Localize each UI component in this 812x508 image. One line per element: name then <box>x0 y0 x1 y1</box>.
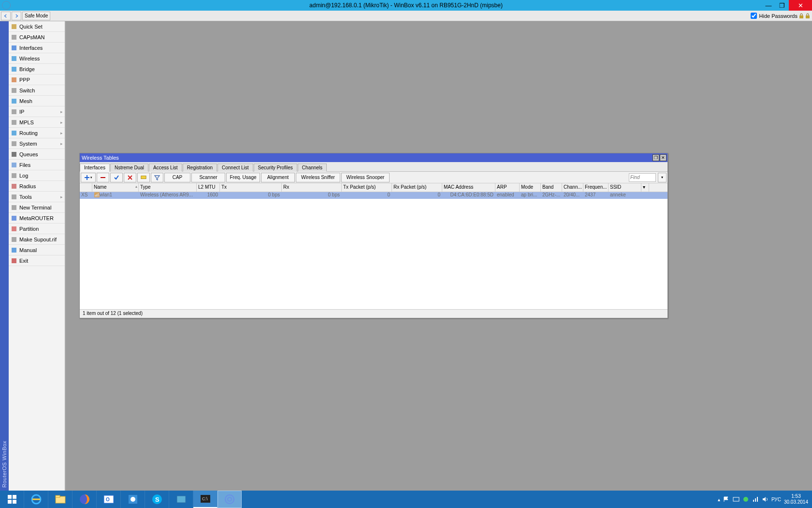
column-header-chann-[interactable]: Chann... <box>562 183 583 192</box>
taskbar-firefox-icon[interactable] <box>72 491 97 508</box>
find-input[interactable] <box>629 173 656 182</box>
column-header-frequen-[interactable]: Frequen... <box>583 183 609 192</box>
redo-button[interactable] <box>12 12 21 20</box>
column-header-tx-packet-p-s-[interactable]: Tx Packet (p/s) <box>342 183 392 192</box>
column-header-rx[interactable]: Rx <box>282 183 342 192</box>
column-header-tx[interactable]: Tx <box>220 183 282 192</box>
sidebar-item-system[interactable]: System▸ <box>9 138 65 149</box>
tab-security-profiles[interactable]: Security Profiles <box>254 164 297 172</box>
safe-mode-button[interactable]: Safe Mode <box>22 12 50 20</box>
tab-channels[interactable]: Channels <box>298 164 327 172</box>
column-header-band[interactable]: Band <box>541 183 562 192</box>
cell: enabled <box>495 192 520 199</box>
taskbar-terminal-icon[interactable]: C:\ <box>193 491 218 508</box>
alignment-button[interactable]: Alignment <box>261 173 295 182</box>
taskbar-outlook-icon[interactable]: O <box>97 491 121 508</box>
svg-rect-19 <box>12 205 16 210</box>
scanner-button[interactable]: Scanner <box>191 173 225 182</box>
sidebar-item-bridge[interactable]: Bridge <box>9 64 65 75</box>
find-dropdown-button[interactable]: ▾ <box>658 173 667 182</box>
taskbar-app-icon[interactable] <box>121 491 145 508</box>
submenu-indicator-icon: ▸ <box>60 131 63 135</box>
enable-button[interactable] <box>110 173 123 182</box>
sidebar-item-interfaces[interactable]: Interfaces <box>9 43 65 53</box>
sidebar-item-label: System <box>19 141 37 147</box>
flag-icon[interactable] <box>723 496 730 503</box>
tab-access-list[interactable]: Access List <box>149 164 182 172</box>
subwindow-titlebar[interactable]: Wireless Tables ❐ ✕ <box>80 153 667 162</box>
remove-button[interactable] <box>97 173 109 182</box>
sidebar-item-switch[interactable]: Switch <box>9 85 65 96</box>
tray-icon[interactable] <box>742 496 749 503</box>
sidebar-item-capsman[interactable]: CAPsMAN <box>9 32 65 43</box>
sidebar-item-queues[interactable]: Queues <box>9 149 65 160</box>
sidebar-item-metarouter[interactable]: MetaROUTER <box>9 213 65 224</box>
table-row[interactable]: XS📶wlan1Wireless (Atheros AR9...16000 bp… <box>80 192 667 199</box>
sidebar-item-mesh[interactable]: Mesh <box>9 96 65 106</box>
network-icon[interactable] <box>752 496 759 503</box>
column-header-rx-packet-p-s-[interactable]: Rx Packet (p/s) <box>392 183 442 192</box>
sidebar-item-label: Manual <box>19 247 37 253</box>
disable-button[interactable] <box>124 173 136 182</box>
subwindow-restore-button[interactable]: ❐ <box>652 154 659 161</box>
tab-connect-list[interactable]: Connect List <box>218 164 253 172</box>
sidebar-item-exit[interactable]: Exit <box>9 255 65 266</box>
taskbar-ie-icon[interactable] <box>24 491 48 508</box>
comment-button[interactable] <box>137 173 150 182</box>
clock[interactable]: 1:53 30.03.2014 <box>784 493 808 505</box>
column-header-arp[interactable]: ARP <box>495 183 520 192</box>
svg-rect-48 <box>755 498 756 502</box>
column-header-l2-mtu[interactable]: L2 MTU <box>197 183 220 192</box>
tray-icon[interactable] <box>733 496 740 503</box>
tray-chevron-icon[interactable]: ▴ <box>718 497 720 502</box>
tab-nstreme-dual[interactable]: Nstreme Dual <box>110 164 148 172</box>
language-indicator[interactable]: РУС <box>771 497 781 502</box>
sidebar-item-label: Switch <box>19 88 35 93</box>
minimize-button[interactable]: — <box>762 0 775 11</box>
hide-passwords-checkbox[interactable] <box>751 13 757 19</box>
taskbar-winbox-icon[interactable] <box>218 491 242 508</box>
add-button[interactable]: ▾ <box>81 173 96 182</box>
menu-icon <box>11 172 17 179</box>
column-header-mac-address[interactable]: MAC Address <box>442 183 495 192</box>
maximize-button[interactable]: ❐ <box>775 0 789 11</box>
sidebar-item-routing[interactable]: Routing▸ <box>9 128 65 138</box>
svg-rect-13 <box>12 141 16 146</box>
sidebar-item-radius[interactable]: Radius <box>9 181 65 192</box>
tab-interfaces[interactable]: Interfaces <box>80 164 110 172</box>
column-header-name[interactable]: Name▴ <box>92 183 139 192</box>
volume-icon[interactable] <box>762 496 768 503</box>
undo-button[interactable] <box>1 12 11 20</box>
sidebar-item-ppp[interactable]: PPP <box>9 75 65 85</box>
subwindow-close-button[interactable]: ✕ <box>660 154 667 161</box>
wireless-snooper-button[interactable]: Wireless Snooper <box>341 173 390 182</box>
sidebar-item-files[interactable]: Files <box>9 160 65 170</box>
taskbar-explorer-icon[interactable] <box>48 491 72 508</box>
sidebar-item-mpls[interactable]: MPLS▸ <box>9 117 65 128</box>
columns-dropdown-button[interactable]: ▾ <box>641 183 649 192</box>
filter-button[interactable] <box>151 173 163 182</box>
sidebar-item-log[interactable]: Log <box>9 170 65 181</box>
wireless-sniffer-button[interactable]: Wireless Sniffer <box>296 173 340 182</box>
sidebar-item-manual[interactable]: Manual <box>9 245 65 255</box>
column-header-mode[interactable]: Mode <box>520 183 541 192</box>
start-button[interactable] <box>0 491 24 508</box>
sidebar-item-wireless[interactable]: Wireless <box>9 53 65 64</box>
cap-button[interactable]: CAP <box>164 173 190 182</box>
freq-usage-button[interactable]: Freq. Usage <box>226 173 260 182</box>
sidebar-item-ip[interactable]: IP▸ <box>9 106 65 117</box>
column-header-type[interactable]: Type <box>139 183 197 192</box>
column-header-ssid[interactable]: SSID <box>609 183 641 192</box>
sidebar-item-tools[interactable]: Tools▸ <box>9 192 65 202</box>
close-button[interactable]: ✕ <box>789 0 812 11</box>
sidebar-item-quick-set[interactable]: Quick Set <box>9 21 65 32</box>
tab-registration[interactable]: Registration <box>183 164 217 172</box>
sidebar-item-new-terminal[interactable]: New Terminal <box>9 202 65 213</box>
taskbar-skype-icon[interactable]: S <box>145 491 169 508</box>
sidebar-item-make-supout-rif[interactable]: Make Supout.rif <box>9 234 65 245</box>
svg-rect-1 <box>806 15 810 18</box>
taskbar-app-icon[interactable] <box>169 491 193 508</box>
sidebar-item-partition[interactable]: Partition <box>9 224 65 234</box>
tab-bar: InterfacesNstreme DualAccess ListRegistr… <box>80 162 667 172</box>
column-header-flag[interactable] <box>80 183 92 192</box>
